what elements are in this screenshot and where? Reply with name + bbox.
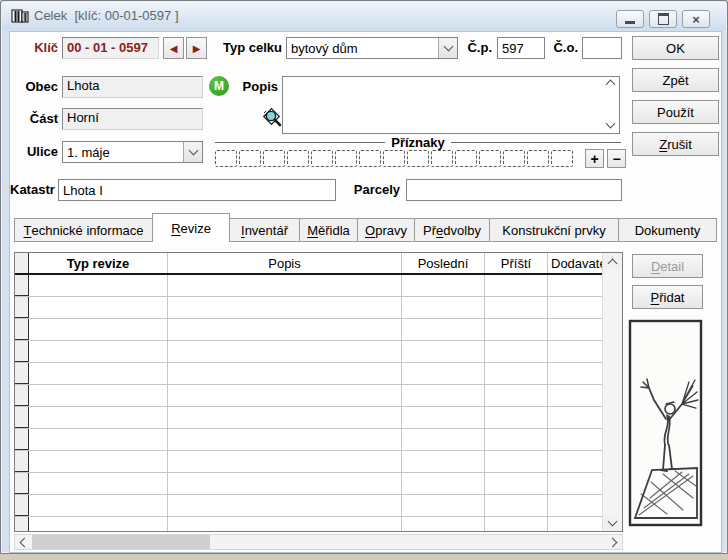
- detail-button[interactable]: Detail: [632, 254, 703, 278]
- scroll-right-button[interactable]: [606, 535, 622, 549]
- table-cell: [548, 319, 603, 340]
- flag-slot[interactable]: [239, 150, 261, 167]
- flag-slot[interactable]: [359, 150, 381, 167]
- tab-meridla[interactable]: Měřidla: [299, 218, 358, 242]
- column-header-popis[interactable]: Popis: [168, 253, 402, 273]
- chevron-up-icon: [606, 80, 616, 90]
- tab-dokumenty[interactable]: Dokumenty: [618, 218, 717, 242]
- table-row[interactable]: [15, 297, 603, 319]
- scroll-up-button[interactable]: [603, 253, 622, 270]
- row-selector-cell: [15, 319, 29, 340]
- horizontal-scrollbar[interactable]: [14, 534, 623, 550]
- table-cell: [168, 363, 402, 384]
- table-row[interactable]: [15, 385, 603, 407]
- zpet-button[interactable]: Zpět: [632, 68, 719, 92]
- table-cell: [402, 517, 485, 531]
- next-record-button[interactable]: ▶: [186, 37, 207, 59]
- cp-input[interactable]: [497, 37, 545, 59]
- chevron-down-icon: [443, 42, 453, 52]
- katastr-label: Katastr: [10, 179, 54, 201]
- pridat-button[interactable]: Přidat: [632, 285, 703, 309]
- chimney-sweep-illustration: [627, 318, 704, 528]
- ulice-label: Ulice: [18, 141, 58, 163]
- flag-slot[interactable]: [383, 150, 405, 167]
- flag-slot[interactable]: [287, 150, 309, 167]
- pouzit-button[interactable]: Použít: [632, 100, 719, 124]
- chevron-down-icon: [188, 146, 198, 156]
- klic-label: Klíč: [18, 37, 58, 59]
- tab-konstrukcni-prvky[interactable]: Konstrukční prvky: [489, 218, 619, 242]
- flag-slot[interactable]: [431, 150, 453, 167]
- flag-slot[interactable]: [215, 150, 237, 167]
- priznaky-label: Příznaky: [385, 135, 450, 150]
- typ-celku-select[interactable]: bytový dům: [286, 37, 458, 59]
- prev-record-button[interactable]: ◀: [163, 37, 184, 59]
- tab-predvolby[interactable]: Předvolby: [414, 218, 490, 242]
- scroll-down-button[interactable]: [603, 514, 622, 531]
- remove-flag-button[interactable]: −: [607, 149, 626, 168]
- parcely-input[interactable]: [406, 179, 622, 201]
- ok-button[interactable]: OK: [632, 36, 719, 60]
- maximize-button[interactable]: [649, 10, 677, 28]
- table-row[interactable]: [15, 473, 603, 495]
- table-cell: [402, 275, 485, 296]
- katastr-input[interactable]: [58, 179, 336, 201]
- column-header-pristi[interactable]: Příští: [485, 253, 548, 273]
- table-row[interactable]: [15, 429, 603, 451]
- close-button[interactable]: ×: [682, 10, 710, 28]
- add-flag-button[interactable]: +: [585, 149, 604, 168]
- tab-revize[interactable]: Revize: [152, 213, 230, 242]
- title-bar[interactable]: Celek [klíč: 00-01-0597 ] ×: [2, 2, 726, 30]
- flag-slot[interactable]: [527, 150, 549, 167]
- tab-opravy[interactable]: Opravy: [357, 218, 415, 242]
- horizontal-scroll-thumb[interactable]: [32, 535, 210, 549]
- flag-slot[interactable]: [335, 150, 357, 167]
- vertical-scrollbar[interactable]: [602, 253, 622, 531]
- map-badge-icon[interactable]: M: [209, 76, 229, 96]
- table-row[interactable]: [15, 275, 603, 297]
- table-cell: [402, 319, 485, 340]
- table-cell: [548, 473, 603, 494]
- table-cell: [485, 319, 548, 340]
- zrusit-button[interactable]: Zrušit: [632, 132, 719, 156]
- popis-textarea[interactable]: [282, 76, 620, 134]
- tab-technicke-informace[interactable]: Technické informace: [14, 218, 153, 242]
- ulice-select[interactable]: 1. máje: [62, 141, 203, 163]
- co-input[interactable]: [582, 37, 622, 59]
- scroll-left-button[interactable]: [15, 535, 31, 549]
- column-header-dodavatel[interactable]: Dodavatel: [548, 253, 603, 273]
- typ-celku-value: bytový dům: [287, 41, 438, 56]
- table-cell: [168, 429, 402, 450]
- table-row[interactable]: [15, 407, 603, 429]
- flag-slot[interactable]: [455, 150, 477, 167]
- table-row[interactable]: [15, 341, 603, 363]
- magnifier-icon[interactable]: [262, 107, 284, 129]
- flag-slot[interactable]: [263, 150, 285, 167]
- flag-slot[interactable]: [551, 150, 573, 167]
- ulice-dropdown-button[interactable]: [183, 142, 202, 162]
- column-header-posledni[interactable]: Poslední: [402, 253, 485, 273]
- ulice-value: 1. máje: [63, 145, 183, 160]
- minimize-button[interactable]: [616, 10, 644, 28]
- prev-record-icon: ◀: [170, 43, 178, 54]
- tab-inventar[interactable]: Inventář: [229, 218, 300, 242]
- chevron-down-icon: [606, 119, 616, 129]
- typ-celku-dropdown-button[interactable]: [438, 38, 457, 58]
- flag-slot[interactable]: [407, 150, 429, 167]
- flag-slot[interactable]: [503, 150, 525, 167]
- popis-scroll-down[interactable]: [607, 123, 614, 127]
- table-row[interactable]: [15, 517, 603, 531]
- maximize-icon: [658, 13, 669, 25]
- table-row[interactable]: [15, 319, 603, 341]
- row-selector-cell: [15, 341, 29, 362]
- table-row[interactable]: [15, 363, 603, 385]
- table-row[interactable]: [15, 495, 603, 517]
- flag-slot[interactable]: [479, 150, 501, 167]
- row-selector-cell: [15, 451, 29, 472]
- flag-slot[interactable]: [311, 150, 333, 167]
- column-header-typ-revize[interactable]: Typ revize: [29, 253, 168, 273]
- close-icon: ×: [692, 12, 700, 27]
- popis-scroll-up[interactable]: [607, 81, 614, 85]
- table-row[interactable]: [15, 451, 603, 473]
- table-cell: [548, 429, 603, 450]
